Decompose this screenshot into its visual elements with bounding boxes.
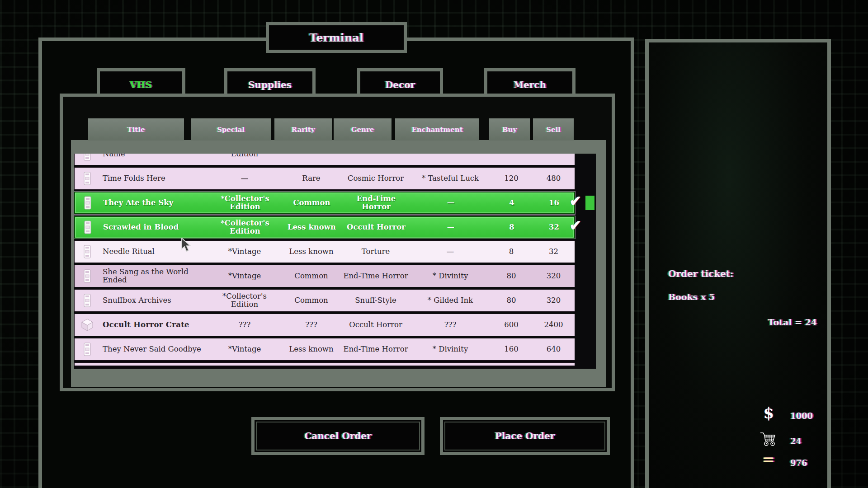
shop-dialog: Title Special Rarity Genre Enchantment B… xyxy=(60,94,615,391)
vhs-tape-icon xyxy=(84,294,91,307)
item-title: She Sang as the World Ended xyxy=(100,268,208,285)
item-genre: Cosmic Horror xyxy=(342,174,410,183)
remaining-money-value: 976 xyxy=(790,458,807,468)
table-body: Name Edition ✔ Time Folds Here — Rare Co… xyxy=(74,154,596,361)
item-title: Occult Horror Crate xyxy=(100,321,208,329)
item-icon-cell xyxy=(75,172,100,185)
table-frame: Name Edition ✔ Time Folds Here — Rare Co… xyxy=(71,140,606,387)
column-header-rarity-label: Rarity xyxy=(292,126,315,134)
item-buy-price: 600 xyxy=(491,321,532,329)
item-title: Snuffbox Archives xyxy=(100,296,208,305)
item-sell-price: 480 xyxy=(532,174,576,183)
item-special: *Vintage xyxy=(208,272,281,280)
item-enchantment: — xyxy=(410,223,491,231)
item-genre: End-Time Horror xyxy=(342,272,410,280)
table-row[interactable]: Time Folds Here — Rare Cosmic Horror * T… xyxy=(74,167,575,190)
vhs-tape-icon xyxy=(84,172,91,185)
column-header-sell-label: Sell xyxy=(546,126,561,134)
item-title: Time Folds Here xyxy=(100,174,208,183)
item-genre: End-Time Horror xyxy=(342,345,410,353)
item-enchantment: * Tasteful Luck xyxy=(410,174,491,183)
tab-decor-label: Decor xyxy=(385,80,415,90)
item-title: They Ate the Sky xyxy=(100,199,209,207)
table-row[interactable]: Scrawled in Blood *Collector's Edition L… xyxy=(74,216,575,239)
column-header-buy-label: Buy xyxy=(502,126,517,134)
item-icon-cell xyxy=(75,196,100,210)
vhs-tape-icon xyxy=(84,245,91,258)
item-genre: End-Time Horror xyxy=(342,195,410,211)
item-buy-price: 80 xyxy=(491,296,532,305)
column-header-buy[interactable]: Buy xyxy=(489,118,530,141)
item-title: Scrawled in Blood xyxy=(100,223,209,231)
item-rarity: Less known xyxy=(281,345,342,353)
item-enchantment: * Divinity xyxy=(410,345,491,353)
column-header-title-label: Title xyxy=(127,126,145,134)
item-rarity: ??? xyxy=(281,321,342,329)
item-buy-price: 160 xyxy=(491,345,532,353)
item-enchantment: — xyxy=(410,199,491,207)
tab-supplies-label: Supplies xyxy=(248,80,292,90)
item-title: Name xyxy=(100,154,208,158)
item-special: *Collector's Edition xyxy=(208,292,281,309)
order-ticket-panel: Order ticket: Books x 5 Total = 24 $ 100… xyxy=(645,39,831,488)
table-row-partial[interactable] xyxy=(74,362,575,366)
tab-vhs-label: VHS xyxy=(130,80,152,90)
table-row[interactable]: Needle Ritual *Vintage Less known Tortur… xyxy=(74,240,575,263)
item-sell-price: 320 xyxy=(532,272,576,280)
item-buy-price: 120 xyxy=(491,174,532,183)
column-header-rarity[interactable]: Rarity xyxy=(274,118,332,141)
item-special: *Collector's Edition xyxy=(209,195,281,211)
item-icon-cell xyxy=(75,269,100,283)
cancel-order-label: Cancel Order xyxy=(304,431,371,441)
item-special: — xyxy=(208,174,281,183)
equals-icon: = xyxy=(755,451,782,468)
item-rarity: Common xyxy=(281,296,342,305)
table-row[interactable]: Occult Horror Crate ??? ??? Occult Horro… xyxy=(74,314,575,336)
checkmark-icon: ✔ xyxy=(569,193,581,210)
vhs-tape-icon xyxy=(84,196,91,210)
table-row[interactable]: They Never Said Goodbye *Vintage Less kn… xyxy=(74,338,575,361)
cart-icon xyxy=(755,431,782,449)
item-buy-price: 4 xyxy=(491,199,532,207)
item-genre: Torture xyxy=(342,248,410,256)
column-header-enchantment-label: Enchantment xyxy=(411,126,462,134)
terminal-title-box: Terminal xyxy=(266,22,407,53)
item-icon-cell xyxy=(75,294,100,307)
item-sell-price: 32 xyxy=(532,248,576,256)
column-header-title[interactable]: Title xyxy=(88,118,184,141)
table-row[interactable]: She Sang as the World Ended *Vintage Com… xyxy=(74,265,575,287)
mouse-cursor-icon xyxy=(181,238,193,253)
column-header-special[interactable]: Special xyxy=(191,118,271,141)
item-buy-price: 8 xyxy=(491,248,532,256)
column-header-sell[interactable]: Sell xyxy=(533,118,574,141)
item-genre: Snuff-Style xyxy=(342,296,410,305)
order-total: Total = 24 xyxy=(768,317,817,327)
item-buy-price: 8 xyxy=(491,223,532,231)
window-title: Terminal xyxy=(309,31,363,44)
table-viewport: Name Edition ✔ Time Folds Here — Rare Co… xyxy=(74,154,596,369)
order-ticket-line: Books x 5 xyxy=(668,292,715,302)
column-header-enchantment[interactable]: Enchantment xyxy=(395,118,479,141)
cancel-order-button[interactable]: Cancel Order xyxy=(251,417,425,455)
item-rarity: Less known xyxy=(281,223,342,231)
item-special: *Collector's Edition xyxy=(209,219,281,236)
vhs-tape-icon xyxy=(84,269,91,283)
item-sell-price: 320 xyxy=(532,296,576,305)
scrollbar-thumb[interactable] xyxy=(585,196,594,210)
vhs-tape-icon xyxy=(84,154,91,161)
item-icon-cell xyxy=(75,319,100,331)
column-header-special-label: Special xyxy=(217,126,245,134)
order-ticket-heading: Order ticket: xyxy=(668,268,733,279)
item-rarity: Less known xyxy=(281,248,342,256)
item-rarity: Rare xyxy=(281,174,342,183)
item-genre: Occult Horror xyxy=(342,223,410,231)
table-row[interactable]: Snuffbox Archives *Collector's Edition C… xyxy=(74,289,575,312)
place-order-button[interactable]: Place Order xyxy=(440,417,610,455)
column-header-genre-label: Genre xyxy=(351,126,374,134)
tab-merch-label: Merch xyxy=(514,80,546,90)
table-row[interactable]: Name Edition ✔ xyxy=(74,154,575,165)
column-header-genre[interactable]: Genre xyxy=(334,118,392,141)
item-enchantment: — xyxy=(410,248,491,256)
table-row[interactable]: They Ate the Sky *Collector's Edition Co… xyxy=(74,192,575,214)
item-title: They Never Said Goodbye xyxy=(100,345,208,353)
